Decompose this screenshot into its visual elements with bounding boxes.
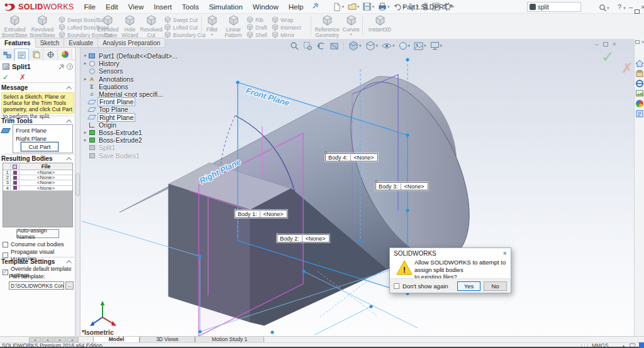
menu-tools[interactable]: Tools [177, 0, 204, 14]
expand-icon[interactable]: ▸ [82, 138, 88, 143]
appearances-icon[interactable] [636, 100, 643, 107]
display-style-icon[interactable]: ▾ [365, 40, 379, 52]
scroll-next-button[interactable]: ▸ [54, 337, 66, 342]
panel-splitter[interactable] [75, 48, 80, 336]
home-icon[interactable] [636, 60, 643, 67]
dropdown-icon[interactable]: ▾ [211, 33, 213, 36]
help-icon[interactable]: ? [67, 63, 73, 70]
body1-callout[interactable]: Body 1:<None> [235, 210, 287, 218]
file-explorer-icon[interactable] [636, 80, 643, 87]
revolved-cut-button[interactable]: Revolved Cut [140, 15, 162, 38]
template-settings-section-header[interactable]: Template Settings [1, 258, 74, 265]
body4-file-field[interactable]: <None> [351, 155, 377, 161]
taskpane-close-icon[interactable]: × [641, 39, 644, 45]
dropdown-icon[interactable]: ▾ [392, 43, 395, 48]
dropdown-icon[interactable]: ▾ [359, 43, 362, 48]
body3-callout[interactable]: Body 3:<None> [375, 182, 428, 190]
keep-visible-pin-icon[interactable] [58, 63, 65, 70]
consume-cut-bodies-option[interactable]: Consume cut bodies [3, 241, 64, 247]
auto-assign-names-button[interactable]: Auto-assign Names [16, 229, 59, 238]
menu-file[interactable]: File [79, 0, 101, 14]
yes-button[interactable]: Yes [457, 281, 480, 291]
reference-geometry-button[interactable]: Reference Geometry▾ [313, 15, 341, 41]
search-input[interactable] [538, 4, 575, 11]
dropdown-icon[interactable]: ▾ [350, 33, 352, 36]
collapse-icon[interactable]: ▾ [82, 53, 88, 58]
view-palette-icon[interactable] [636, 90, 643, 97]
menu-help[interactable]: Help [284, 0, 309, 14]
shell-button[interactable]: Shell [247, 31, 267, 38]
dropdown-icon[interactable]: ▾ [387, 4, 390, 9]
browse-button[interactable]: ... [65, 281, 74, 290]
tab-property-manager[interactable] [14, 48, 29, 61]
message-section-header[interactable]: Message [1, 84, 74, 91]
confirm-cancel-button[interactable]: ✗ [621, 60, 633, 77]
table-row[interactable]: 4<None> [3, 186, 72, 191]
body-checkbox[interactable] [13, 171, 17, 175]
tab-configuration-manager[interactable] [29, 48, 43, 60]
tree-item-right-plane[interactable]: Right Plane [82, 114, 189, 121]
body1-file-field[interactable]: <None> [260, 211, 287, 217]
dropdown-icon[interactable]: ▾ [440, 43, 443, 48]
tree-item-part[interactable]: ▾Part1 (Default<<Default>... [82, 52, 189, 60]
dropdown-icon[interactable]: ▾ [424, 43, 426, 48]
scroll-prev-button[interactable]: ◂ [42, 337, 53, 342]
zoom-to-fit-icon[interactable] [289, 41, 300, 52]
dropdown-icon[interactable]: ▾ [408, 43, 411, 48]
view-settings-icon[interactable]: ▾ [430, 41, 443, 51]
dialog-close-icon[interactable]: × [499, 249, 511, 257]
collapse-chevron-icon[interactable] [66, 157, 71, 162]
swept-cut-button[interactable]: Swept Cut [164, 16, 197, 23]
rib-button[interactable]: Rib [247, 16, 264, 23]
zoom-area-icon[interactable] [303, 41, 313, 52]
close-window-button[interactable]: × [638, 0, 644, 14]
body-checkbox[interactable] [13, 181, 17, 185]
menu-view[interactable]: View [123, 0, 149, 14]
tree-item-history[interactable]: ▸History [82, 60, 189, 67]
expand-icon[interactable]: ▸ [82, 61, 88, 66]
dropdown-icon[interactable]: ▾ [607, 6, 609, 10]
fillet-button[interactable]: Fillet▾ [203, 15, 221, 36]
tree-item-sensors[interactable]: Sensors [82, 67, 189, 75]
tab-analysis-preparation[interactable]: Analysis Preparation [98, 38, 165, 48]
graphics-viewport[interactable]: Front Plane Right Plane ▾ ▾ ▾ ▾ ▾ ▾ – × … [80, 39, 634, 336]
tree-item-save-bodies1[interactable]: Save Bodies1 [82, 151, 189, 159]
tree-item-front-plane[interactable]: Front Plane [82, 98, 189, 106]
lofted-cut-button[interactable]: Lofted Cut [164, 24, 197, 31]
section-view-icon[interactable] [329, 41, 340, 52]
dialog-title-bar[interactable]: SOLIDWORKS× [390, 248, 511, 258]
collapse-chevron-icon[interactable] [66, 260, 71, 265]
ok-button[interactable]: ✓ [3, 73, 9, 82]
menu-edit[interactable]: Edit [101, 0, 123, 14]
override-checkbox[interactable]: ✓ [3, 269, 8, 275]
tab-features[interactable]: Features [0, 38, 36, 48]
body-checkbox[interactable] [13, 176, 17, 180]
scroll-last-button[interactable]: ▸ [67, 337, 79, 342]
dropdown-icon[interactable]: ▾ [341, 4, 344, 9]
search-box[interactable] [527, 2, 581, 12]
search-icon[interactable]: ▾ [599, 0, 609, 15]
tree-item-origin[interactable]: Origin [82, 121, 189, 129]
save-button[interactable]: ▾ [362, 2, 375, 11]
cut-part-button[interactable]: Cut Part [21, 142, 58, 151]
expand-icon[interactable]: ▸ [82, 77, 88, 82]
tree-item-equations[interactable]: ΣEquations [82, 83, 189, 90]
curves-button[interactable]: Curves▾ [341, 15, 360, 36]
new-file-button[interactable]: ▾ [331, 2, 345, 12]
tree-item-boss-extrude1[interactable]: ▸Boss-Extrude1 [82, 129, 189, 136]
resulting-bodies-section-header[interactable]: Resulting Bodies [1, 155, 74, 162]
doc-close-button[interactable]: × [613, 40, 616, 48]
wrap-button[interactable]: Wrap [272, 16, 293, 23]
collapse-chevron-icon[interactable] [66, 86, 71, 91]
scroll-first-button[interactable]: ◂ [29, 337, 41, 342]
tab-feature-manager[interactable] [0, 48, 14, 60]
no-button[interactable]: No [484, 281, 507, 291]
revolved-boss-base-button[interactable]: Revolved Boss/Base [29, 15, 56, 38]
dropdown-icon[interactable]: ▾ [357, 4, 360, 9]
linear-pattern-button[interactable]: Linear Pattern▾ [222, 15, 245, 41]
doc-minimize-button[interactable]: – [594, 40, 598, 48]
menu-window[interactable]: Window [248, 0, 284, 14]
mirror-button[interactable]: Mirror [272, 31, 294, 38]
trim-selection-front-plane[interactable]: Front Plane [16, 126, 70, 134]
tab-evaluate[interactable]: Evaluate [64, 38, 98, 48]
